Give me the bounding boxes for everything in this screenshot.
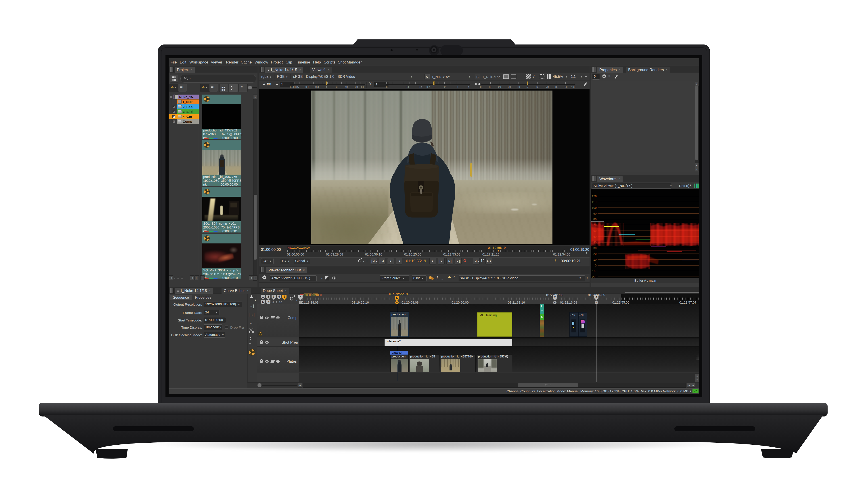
svg-text:10: 10 (593, 258, 596, 261)
svg-text:20: 20 (592, 275, 595, 278)
svg-text:20: 20 (593, 252, 596, 256)
svg-text:0: 0 (595, 264, 596, 267)
svg-text:110: 110 (592, 200, 596, 204)
svg-text:10: 10 (592, 269, 595, 273)
svg-text:100: 100 (592, 206, 597, 209)
svg-text:30: 30 (593, 246, 596, 250)
svg-text:90: 90 (593, 212, 596, 215)
svg-text:80: 80 (593, 218, 596, 221)
svg-text:120: 120 (592, 195, 597, 198)
